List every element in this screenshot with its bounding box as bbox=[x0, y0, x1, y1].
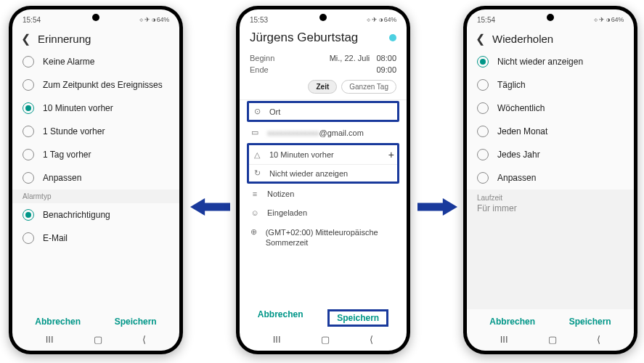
cancel-button[interactable]: Abbrechen bbox=[258, 309, 303, 327]
option-custom[interactable]: Anpassen bbox=[12, 166, 179, 189]
reminder-repeat-highlight: △ 10 Minuten vorher + ↻ Nicht wieder anz… bbox=[247, 143, 399, 184]
navbar: III ▢ ⟨ bbox=[12, 331, 179, 351]
notes-row[interactable]: ≡ Notizen bbox=[240, 184, 407, 203]
save-button[interactable]: Speichern bbox=[115, 317, 157, 327]
option-weekly[interactable]: Wöchentlich bbox=[467, 97, 634, 120]
option-custom[interactable]: Anpassen bbox=[467, 166, 634, 189]
back-icon[interactable]: ❮ bbox=[21, 32, 30, 46]
option-label: Benachrichtigung bbox=[43, 210, 110, 220]
option-label: E-Mail bbox=[43, 233, 68, 243]
option-label: 10 Minuten vorher bbox=[43, 103, 113, 113]
option-label: Nicht wieder anzeigen bbox=[497, 57, 583, 67]
option-label: Anpassen bbox=[43, 173, 81, 183]
radio-icon bbox=[23, 209, 34, 221]
camera-notch bbox=[547, 14, 554, 21]
end-row[interactable]: Ende 09:00 bbox=[240, 64, 407, 76]
location-label: Ort bbox=[269, 107, 280, 116]
status-icons: ⟐ ✈ ◑ 64% bbox=[139, 16, 169, 23]
nav-recents-icon[interactable]: III bbox=[500, 334, 508, 345]
option-label: Anpassen bbox=[497, 173, 536, 183]
option-label: Zum Zeitpunkt des Ereignisses bbox=[43, 80, 163, 90]
radio-icon bbox=[23, 126, 34, 137]
option-never[interactable]: Nicht wieder anzeigen bbox=[467, 50, 634, 73]
pill-allday[interactable]: Ganzen Tag bbox=[341, 80, 396, 94]
time-toggle: Zeit Ganzen Tag bbox=[240, 76, 407, 99]
empty-area bbox=[467, 218, 634, 309]
option-label: 1 Stunde vorher bbox=[43, 126, 105, 136]
arrow-right bbox=[417, 196, 457, 218]
color-dot-icon[interactable] bbox=[389, 34, 396, 41]
option-yearly[interactable]: Jedes Jahr bbox=[467, 143, 634, 166]
phone-repeat: 15:54 ⟐ ✈ ◑ 64% ❮ Wiederholen Nicht wied… bbox=[463, 6, 637, 354]
option-label: Wöchentlich bbox=[497, 103, 545, 113]
option-label: Keine Alarme bbox=[43, 57, 94, 67]
page-title: Erinnerung bbox=[38, 33, 91, 45]
option-1hour[interactable]: 1 Stunde vorher bbox=[12, 120, 179, 143]
repeat-row[interactable]: ↻ Nicht wieder anzeigen bbox=[249, 165, 397, 182]
option-label: Jedes Jahr bbox=[497, 150, 540, 160]
add-reminder-icon[interactable]: + bbox=[388, 149, 394, 160]
pill-time[interactable]: Zeit bbox=[308, 80, 337, 94]
option-1day[interactable]: 1 Tag vorher bbox=[12, 143, 179, 166]
runtime-block[interactable]: Laufzeit Für immer bbox=[467, 189, 634, 218]
nav-recents-icon[interactable]: III bbox=[46, 334, 54, 345]
bottom-actions: Abbrechen Speichern bbox=[240, 302, 407, 331]
option-no-alarm[interactable]: Keine Alarme bbox=[12, 50, 179, 73]
save-button[interactable]: Speichern bbox=[569, 317, 611, 327]
status-icons: ⟐ ✈ ◑ 64% bbox=[594, 16, 624, 23]
begin-date: Mi., 22. Juli bbox=[330, 54, 370, 62]
cancel-button[interactable]: Abbrechen bbox=[35, 317, 81, 327]
radio-icon bbox=[477, 149, 489, 160]
header: ❮ Erinnerung bbox=[12, 28, 179, 50]
event-title: Jürgens Geburtstag bbox=[250, 30, 358, 45]
radio-icon bbox=[23, 172, 34, 184]
nav-recents-icon[interactable]: III bbox=[273, 334, 281, 345]
nav-home-icon[interactable]: ▢ bbox=[94, 334, 102, 345]
runtime-label: Laufzeit bbox=[477, 194, 624, 202]
nav-home-icon[interactable]: ▢ bbox=[321, 334, 330, 345]
event-title-row[interactable]: Jürgens Geburtstag bbox=[240, 28, 407, 52]
phone-event: 15:53 ⟐ ✈ ◑ 64% Jürgens Geburtstag Begin… bbox=[236, 6, 410, 354]
option-label: 1 Tag vorher bbox=[43, 150, 91, 160]
save-button[interactable]: Speichern bbox=[327, 309, 388, 327]
page-title: Wiederholen bbox=[492, 33, 553, 45]
repeat-label: Nicht wieder anzeigen bbox=[269, 169, 348, 178]
radio-icon bbox=[477, 102, 489, 114]
nav-back-icon[interactable]: ⟨ bbox=[142, 334, 146, 345]
account-label: xxxxxxxxxxxxx@gmail.com bbox=[267, 129, 364, 137]
invited-label: Eingeladen bbox=[267, 208, 307, 217]
option-notification[interactable]: Benachrichtigung bbox=[12, 203, 179, 227]
alarmtype-label: Alarmtyp bbox=[12, 189, 179, 203]
back-icon[interactable]: ❮ bbox=[476, 32, 485, 46]
nav-back-icon[interactable]: ⟨ bbox=[597, 334, 600, 345]
camera-notch bbox=[319, 14, 327, 21]
invited-row[interactable]: ☺ Eingeladen bbox=[240, 203, 407, 222]
location-highlight: ⊙ Ort bbox=[247, 101, 399, 122]
timezone-row[interactable]: ⊕ (GMT+02:00) Mitteleuropäische Sommerze… bbox=[240, 222, 407, 253]
account-row[interactable]: ▭ xxxxxxxxxxxxx@gmail.com bbox=[240, 123, 407, 142]
option-monthly[interactable]: Jeden Monat bbox=[467, 120, 634, 143]
header: ❮ Wiederholen bbox=[467, 28, 634, 50]
location-row[interactable]: ⊙ Ort bbox=[249, 103, 397, 120]
reminder-row[interactable]: △ 10 Minuten vorher + bbox=[249, 145, 397, 164]
nav-back-icon[interactable]: ⟨ bbox=[370, 334, 373, 345]
svg-marker-0 bbox=[190, 198, 230, 216]
begin-row[interactable]: Beginn Mi., 22. Juli 08:00 bbox=[240, 52, 407, 64]
option-at-event[interactable]: Zum Zeitpunkt des Ereignisses bbox=[12, 73, 179, 97]
reminder-label: 10 Minuten vorher bbox=[269, 150, 334, 159]
timezone-label: (GMT+02:00) Mitteleuropäische Sommerzeit bbox=[266, 227, 396, 248]
runtime-value: Für immer bbox=[477, 203, 624, 213]
radio-icon bbox=[477, 79, 489, 91]
nav-home-icon[interactable]: ▢ bbox=[548, 334, 557, 345]
begin-label: Beginn bbox=[250, 54, 274, 62]
cancel-button[interactable]: Abbrechen bbox=[489, 317, 535, 327]
option-label: Täglich bbox=[497, 80, 526, 90]
end-time: 09:00 bbox=[376, 65, 396, 74]
option-daily[interactable]: Täglich bbox=[467, 73, 634, 97]
option-email[interactable]: E-Mail bbox=[12, 227, 179, 250]
option-10min[interactable]: 10 Minuten vorher bbox=[12, 97, 179, 120]
begin-time: 08:00 bbox=[376, 54, 396, 62]
bottom-actions: Abbrechen Speichern bbox=[467, 309, 634, 331]
radio-icon bbox=[23, 79, 34, 91]
radio-icon bbox=[23, 56, 34, 68]
